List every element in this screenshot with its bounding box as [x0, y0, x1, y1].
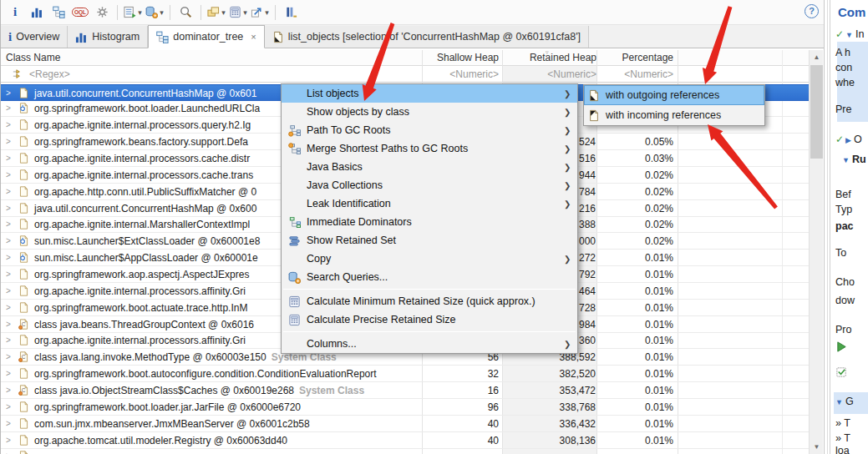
search-button[interactable]	[175, 3, 195, 23]
tab-histogram[interactable]: Histogram	[68, 26, 148, 48]
histogram-button[interactable]	[27, 3, 47, 23]
dropdown-arrow-icon[interactable]: ▾	[243, 8, 247, 17]
dropdown-arrow-icon[interactable]: ▾	[138, 8, 142, 17]
expand-chevron-icon[interactable]: >	[6, 416, 11, 432]
table-row[interactable]: >org.apache.tomcat.util.modeler.Registry…	[1, 432, 809, 449]
collapse-open-icon[interactable]: ▼	[835, 398, 843, 406]
calculator-icon	[282, 314, 307, 326]
expand-chevron-icon[interactable]: >	[6, 432, 11, 449]
expand-chevron-icon[interactable]: >	[6, 100, 11, 117]
expand-chevron-icon[interactable]: >	[6, 382, 11, 399]
menu-item-leak-identification[interactable]: Leak Identification❯	[282, 194, 577, 213]
expand-chevron-icon[interactable]: >	[6, 283, 11, 300]
expand-chevron-icon[interactable]: >	[6, 233, 11, 250]
thread-overview-button[interactable]: ▾	[123, 3, 143, 23]
help-icon[interactable]: ?	[805, 4, 819, 18]
expand-chevron-icon[interactable]: >	[6, 184, 11, 200]
collapse-closed-icon[interactable]: ▶	[845, 136, 851, 144]
menu-item-columns[interactable]: Columns...❯	[282, 335, 577, 353]
tab-overview[interactable]: iOverview	[1, 26, 68, 48]
menu-item-list-objects[interactable]: List objects❯	[282, 84, 577, 103]
scroll-down-arrow[interactable]: ▼	[810, 440, 824, 454]
open-query-browser-button[interactable]: ▾	[145, 3, 165, 23]
menu-item-search-queries[interactable]: Search Queries...	[282, 268, 577, 286]
histogram-icon	[31, 6, 43, 18]
expand-chevron-icon[interactable]: >	[6, 134, 11, 150]
class-name-cell: com.sun.jmx.mbeanserver.JmxMBeanServer @…	[34, 416, 310, 432]
dropdown-arrow-icon[interactable]: ▾	[221, 8, 226, 17]
class-name-cell: class java.beans.ThreadGroupContext @ 0x…	[34, 316, 254, 333]
calculator-icon	[282, 295, 307, 308]
panel-text: pac	[835, 220, 854, 232]
task-icon[interactable]	[835, 366, 848, 378]
menu-item-java-collections[interactable]: Java Collections❯	[282, 176, 577, 194]
table-row[interactable]: >	[1, 448, 809, 454]
toolbar-separator	[275, 5, 276, 20]
percentage-cell: 0.01%	[601, 416, 673, 432]
menu-item-merge-shortest-paths-to-gc-roots[interactable]: Merge Shortest Paths to GC Roots❯	[282, 139, 577, 158]
table-row[interactable]: >com.sun.jmx.mbeanserver.JmxMBeanServer …	[1, 416, 809, 432]
menu-item-show-retained-set[interactable]: Show Retained Set	[282, 231, 577, 250]
export-button[interactable]: ▾	[250, 3, 270, 23]
menu-item-path-to-gc-roots[interactable]: Path To GC Roots❯	[282, 121, 577, 139]
table-row[interactable]: >org.springframework.boot.autoconfigure.…	[1, 366, 809, 382]
class-name-cell: org.apache.http.conn.util.PublicSuffixMa…	[34, 184, 256, 200]
submenu-item-with-incoming-references[interactable]: with incoming references	[584, 105, 764, 125]
expand-chevron-icon[interactable]: >	[6, 332, 11, 349]
menu-item-calculate-minimum-retained-size-quick-approx[interactable]: Calculate Minimum Retained Size (quick a…	[282, 292, 577, 310]
menu-item-immediate-dominators[interactable]: Immediate Dominators	[282, 213, 577, 231]
expand-chevron-icon[interactable]: >	[6, 167, 11, 184]
obj-icon	[18, 417, 29, 430]
scroll-up-arrow[interactable]: ▲	[810, 50, 824, 64]
menu-item-show-objects-by-class[interactable]: Show objects by class❯	[282, 103, 577, 121]
vertical-scrollbar[interactable]: ▲ ▼	[809, 50, 823, 454]
expand-chevron-icon[interactable]: >	[6, 200, 11, 217]
panel-sash[interactable]	[824, 0, 825, 454]
menu-item-label: Calculate Precise Retained Size	[307, 314, 564, 325]
tab-dominator_tree[interactable]: dominator_tree×	[148, 25, 265, 48]
panel-text: whe	[835, 77, 855, 88]
dropdown-arrow-icon[interactable]: ▾	[160, 8, 164, 17]
info-button[interactable]: i	[5, 3, 25, 23]
oql-button[interactable]: OQL	[70, 3, 90, 23]
calculate-retained-size-button[interactable]: ▾	[228, 3, 248, 23]
expand-chevron-icon[interactable]: >	[6, 399, 11, 416]
retained-heap-cell: 338,768	[502, 399, 596, 416]
menu-item-calculate-precise-retained-size[interactable]: Calculate Precise Retained Size	[282, 310, 577, 329]
table-row[interactable]: >org.springframework.boot.loader.jar.Jar…	[1, 399, 809, 416]
expand-chevron-icon[interactable]: >	[6, 250, 11, 266]
expand-chevron-icon[interactable]: >	[6, 300, 11, 316]
dropdown-arrow-icon[interactable]: ▾	[265, 8, 269, 17]
submenu-arrow-icon: ❯	[564, 181, 577, 190]
expand-chevron-icon[interactable]: >	[6, 448, 11, 454]
close-icon[interactable]: ×	[251, 32, 256, 42]
play-icon[interactable]	[835, 340, 848, 353]
table-row[interactable]: >Cclass java.io.ObjectStreamClass$Caches…	[1, 382, 809, 399]
tab-list_objects[interactable]: list_objects [selection of 'ConcurrentHa…	[265, 26, 589, 48]
collapse-open-icon[interactable]: ▼	[842, 156, 850, 164]
class-icon: C	[18, 351, 29, 363]
expand-chevron-icon[interactable]: >	[6, 316, 11, 333]
compare-icon	[207, 6, 220, 18]
customize-button[interactable]	[92, 3, 112, 23]
dominator-tree-button[interactable]	[48, 3, 69, 23]
submenu-arrow-icon: ❯	[564, 108, 577, 117]
submenu-arrow-icon: ❯	[564, 163, 577, 172]
expand-chevron-icon[interactable]: >	[6, 366, 11, 382]
panel-text: ▼Ru	[842, 154, 866, 165]
expand-chevron-icon[interactable]: >	[6, 85, 11, 102]
menu-item-java-basics[interactable]: Java Basics❯	[282, 158, 577, 176]
compare-button[interactable]: ▾	[206, 3, 226, 23]
collapse-open-icon[interactable]: ▼	[845, 31, 853, 39]
submenu-item-with-outgoing-references[interactable]: with outgoing references	[584, 85, 764, 105]
expand-chevron-icon[interactable]: >	[6, 266, 11, 283]
menu-item-copy[interactable]: Copy❯	[282, 250, 577, 268]
expand-chevron-icon[interactable]: >	[6, 117, 11, 134]
expand-chevron-icon[interactable]: >	[6, 349, 11, 366]
scrollbar-thumb[interactable]	[810, 65, 823, 159]
toolbar-separator	[201, 5, 201, 20]
expand-chevron-icon[interactable]: >	[6, 216, 11, 233]
expand-chevron-icon[interactable]: >	[6, 150, 11, 167]
threads-button[interactable]	[281, 3, 301, 23]
loader-icon	[18, 251, 29, 264]
